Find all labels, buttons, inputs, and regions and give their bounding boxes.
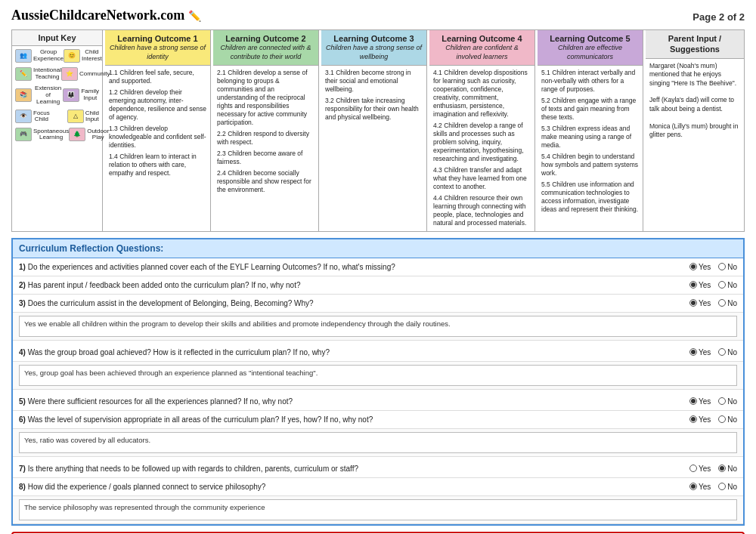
curriculum-section: Curriculum Reflection Questions: 1) Do t…	[11, 238, 745, 526]
q5-no-option[interactable]: No	[718, 397, 737, 406]
question-text-1: 1) Do the experiences and activities pla…	[19, 263, 669, 271]
key-left-3: 📚 Extensionof Learning	[15, 85, 63, 105]
q6-no-option[interactable]: No	[718, 415, 737, 424]
q3-answer-row: Yes we enable all children within the pr…	[13, 313, 743, 341]
q8-text: How did the experience / goals planned c…	[28, 483, 266, 491]
q5-yes-option[interactable]: Yes	[689, 397, 711, 406]
q3-answer-box[interactable]: Yes we enable all children within the pr…	[19, 316, 737, 337]
q6-yes-option[interactable]: Yes	[689, 415, 711, 424]
input-key-title: Input Key	[38, 33, 76, 42]
lo3-header: Learning Outcome 3 Children have a stron…	[321, 30, 426, 66]
q8-no-radio[interactable]	[718, 483, 726, 490]
q7-no-option[interactable]: No	[718, 465, 737, 473]
q1-yes-radio[interactable]	[689, 263, 697, 270]
q7-yes-option[interactable]: Yes	[689, 465, 711, 473]
q2-yes-option[interactable]: Yes	[689, 281, 711, 289]
q1-yes-option[interactable]: Yes	[689, 263, 711, 271]
q3-no-option[interactable]: No	[718, 299, 737, 307]
q4-num: 4)	[19, 348, 26, 357]
q6-num: 6)	[19, 415, 26, 424]
q8-no-option[interactable]: No	[718, 483, 737, 491]
lo4-point-3: 4.3 Children transfer and adapt what the…	[433, 166, 531, 191]
q8-yes-radio[interactable]	[689, 483, 697, 490]
q6-answer-box[interactable]: Yes, ratio was covered by all educators.	[19, 432, 737, 453]
spontaneous-learning-icon: 🎮	[15, 128, 32, 141]
q2-radio-group: Yes No	[669, 281, 737, 289]
q1-no-radio[interactable]	[718, 263, 726, 270]
community-icon: ⭐	[61, 67, 78, 81]
parent-input-header: Parent Input /Suggestions	[646, 30, 744, 59]
q7-no-label: No	[727, 465, 737, 473]
lo5-point-1: 5.1 Children interact verbally and non-v…	[541, 69, 639, 94]
q5-yes-radio[interactable]	[689, 397, 697, 405]
q6-yes-radio[interactable]	[689, 415, 697, 423]
key-right-4: △ ChildInput	[67, 110, 99, 123]
lo4-body: 4.1 Children develop dispositions for le…	[429, 66, 534, 231]
q2-no-option[interactable]: No	[718, 281, 737, 289]
question-text-4: 4) Was the group broad goal achieved? Ho…	[19, 348, 669, 357]
question-text-2: 2) Has parent input / feedback been adde…	[19, 281, 669, 289]
q5-no-radio[interactable]	[718, 397, 726, 405]
question-row-5: 5) Were there sufficient resources for a…	[13, 393, 743, 411]
lo5-point-4: 5.4 Children begin to understand how sym…	[541, 153, 639, 177]
q5-no-label: No	[727, 397, 737, 406]
q8-answer-row: The service philosophy was represented t…	[13, 496, 743, 524]
q2-yes-radio[interactable]	[689, 281, 697, 289]
lo3-body: 3.1 Children become strong in their soci…	[321, 66, 426, 231]
lo2-body: 2.1 Children develop a sense of belongin…	[213, 66, 318, 231]
lo2-point-2: 2.2 Children respond to diversity with r…	[217, 130, 314, 147]
lo4-column: Learning Outcome 4 Children are confiden…	[429, 30, 535, 231]
q3-no-radio[interactable]	[718, 299, 726, 307]
lo3-title: Learning Outcome 3	[325, 33, 423, 44]
spontaneous-learning-label: SpontaneousLearning	[33, 128, 69, 142]
q8-no-label: No	[727, 483, 737, 491]
q4-yes-option[interactable]: Yes	[689, 348, 711, 357]
parent-input-title: Parent Input /Suggestions	[649, 33, 740, 55]
q3-yes-option[interactable]: Yes	[689, 299, 711, 307]
q1-no-option[interactable]: No	[718, 263, 737, 271]
q8-num: 8)	[19, 483, 26, 491]
lo4-point-1: 4.1 Children develop dispositions for le…	[433, 69, 531, 119]
child-input-label: ChildInput	[85, 110, 99, 124]
parent-input-column: Parent Input /Suggestions Margaret (Noah…	[646, 30, 744, 231]
lo3-point-2: 3.2 Children take increasing responsibil…	[325, 97, 423, 122]
q2-text: Has parent input / feedback been added o…	[28, 281, 301, 289]
q4-no-radio[interactable]	[718, 348, 726, 356]
q4-yes-radio[interactable]	[689, 348, 697, 356]
lo1-point-1: 1.1 Children feel safe, secure, and supp…	[109, 69, 206, 85]
q6-answer-row: Yes, ratio was covered by all educators.	[13, 429, 743, 457]
q7-no-radio[interactable]	[718, 465, 726, 472]
lo2-point-1: 2.1 Children develop a sense of belongin…	[217, 69, 314, 127]
q5-text: Were there sufficient resources for all …	[28, 397, 293, 406]
extension-learning-icon: 📚	[15, 88, 32, 102]
lo2-title: Learning Outcome 2	[217, 33, 314, 44]
lo1-point-3: 1.3 Children develop knowledgeable and c…	[109, 125, 206, 150]
input-key-body: 👥 GroupExperience 😊 ChildInterest ✏️ Int…	[12, 46, 102, 149]
q4-answer-box[interactable]: Yes, group goal has been achieved throug…	[19, 365, 737, 386]
q3-num: 3)	[19, 299, 26, 307]
q8-yes-option[interactable]: Yes	[689, 483, 711, 491]
q3-yes-label: Yes	[699, 299, 711, 307]
q4-answer-row: Yes, group goal has been achieved throug…	[13, 362, 743, 390]
q3-yes-radio[interactable]	[689, 299, 697, 307]
lo1-title: Learning Outcome 1	[109, 33, 206, 44]
q2-no-radio[interactable]	[718, 281, 726, 289]
q8-answer-box[interactable]: The service philosophy was represented t…	[19, 499, 737, 520]
question-row-7: 7) Is there anything that needs to be fo…	[13, 460, 743, 478]
lo3-column: Learning Outcome 3 Children have a stron…	[321, 30, 427, 231]
q1-radio-group: Yes No	[669, 263, 737, 271]
lo5-subtitle: Children are effective communicators	[541, 44, 639, 61]
intentional-teaching-icon: ✏️	[15, 67, 32, 81]
footer-toolbar: 🔧 Font Size: - + Centre Logo: Rectangle …	[11, 532, 745, 534]
q2-num: 2)	[19, 281, 26, 289]
lo5-point-3: 5.3 Children express ideas and make mean…	[541, 125, 639, 150]
q7-yes-radio[interactable]	[689, 465, 697, 472]
lo5-point-5: 5.5 Children use information and communi…	[541, 181, 639, 214]
q6-no-radio[interactable]	[718, 415, 726, 423]
q1-no-label: No	[727, 263, 737, 271]
q4-no-option[interactable]: No	[718, 348, 737, 357]
lo2-column: Learning Outcome 2 Children are connecte…	[213, 30, 319, 231]
question-text-5: 5) Were there sufficient resources for a…	[19, 397, 669, 406]
q1-num: 1)	[19, 263, 26, 271]
q5-num: 5)	[19, 397, 26, 406]
